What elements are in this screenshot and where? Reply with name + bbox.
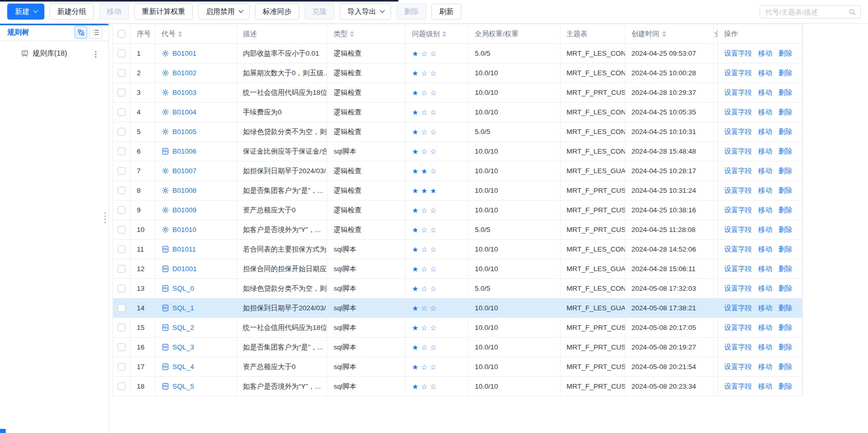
row-action-link[interactable]: 设置字段 bbox=[724, 343, 752, 352]
row-checkbox[interactable] bbox=[118, 226, 125, 234]
row-action-link[interactable]: 移动 bbox=[758, 166, 772, 176]
row-action-link[interactable]: 移动 bbox=[758, 88, 772, 97]
row-action-link[interactable]: 移动 bbox=[758, 69, 772, 78]
row-checkbox[interactable] bbox=[118, 89, 125, 96]
row-action-link[interactable]: 设置字段 bbox=[724, 382, 752, 391]
row-action-link[interactable]: 删除 bbox=[778, 245, 792, 254]
row-action-link[interactable]: 移动 bbox=[758, 127, 772, 137]
row-checkbox[interactable] bbox=[118, 128, 125, 136]
toolbar-button-recalc-weight[interactable]: 重新计算权重 bbox=[134, 4, 193, 20]
row-action-link[interactable]: 设置字段 bbox=[724, 166, 752, 176]
row-action-link[interactable]: 删除 bbox=[778, 225, 792, 235]
row-checkbox[interactable] bbox=[118, 69, 125, 77]
row-action-link[interactable]: 移动 bbox=[758, 147, 772, 156]
row-checkbox[interactable] bbox=[118, 167, 125, 175]
toolbar-button-refresh[interactable]: 刷新 bbox=[431, 4, 461, 20]
row-action-link[interactable]: 移动 bbox=[758, 108, 772, 117]
column-header-created-time[interactable]: 创建时间 bbox=[625, 24, 714, 44]
rule-code-link[interactable]: B01006 bbox=[172, 147, 197, 155]
row-action-link[interactable]: 移动 bbox=[758, 284, 772, 293]
row-action-link[interactable]: 移动 bbox=[758, 382, 772, 391]
row-action-link[interactable]: 移动 bbox=[758, 186, 772, 195]
row-checkbox[interactable] bbox=[118, 49, 125, 57]
row-action-link[interactable]: 设置字段 bbox=[724, 69, 752, 78]
row-action-link[interactable]: 删除 bbox=[778, 88, 792, 97]
column-header-severity[interactable]: 问题级别 bbox=[406, 24, 469, 44]
row-action-link[interactable]: 删除 bbox=[778, 206, 792, 215]
row-action-link[interactable]: 删除 bbox=[778, 284, 792, 293]
row-checkbox[interactable] bbox=[118, 147, 125, 155]
row-action-link[interactable]: 设置字段 bbox=[724, 225, 752, 235]
row-action-link[interactable]: 移动 bbox=[758, 362, 772, 372]
tree-view-button[interactable] bbox=[74, 26, 87, 39]
rule-code-link[interactable]: D01001 bbox=[172, 265, 197, 273]
rule-code-link[interactable]: B01002 bbox=[172, 69, 197, 77]
rule-code-link[interactable]: B01007 bbox=[172, 167, 197, 175]
row-action-link[interactable]: 移动 bbox=[758, 206, 772, 215]
row-checkbox[interactable] bbox=[118, 187, 125, 194]
rule-code-link[interactable]: B01003 bbox=[172, 89, 197, 96]
panel-resize-grip[interactable] bbox=[104, 212, 106, 223]
row-action-link[interactable]: 删除 bbox=[778, 304, 792, 313]
row-action-link[interactable]: 设置字段 bbox=[724, 304, 752, 313]
column-header-type[interactable]: 类型 bbox=[327, 24, 406, 44]
row-action-link[interactable]: 删除 bbox=[778, 343, 792, 352]
row-checkbox[interactable] bbox=[118, 324, 125, 331]
rule-code-link[interactable]: B01010 bbox=[172, 226, 197, 234]
search-input[interactable] bbox=[765, 8, 848, 16]
toolbar-button-standard-sync[interactable]: 标准同步 bbox=[255, 4, 299, 20]
rule-code-link[interactable]: SQL_5 bbox=[172, 382, 194, 390]
rule-code-link[interactable]: SQL_0 bbox=[172, 285, 194, 292]
list-view-button[interactable] bbox=[89, 26, 102, 39]
row-action-link[interactable]: 删除 bbox=[778, 264, 792, 274]
toolbar-button-enable-disable[interactable]: 启用禁用 bbox=[198, 4, 250, 20]
row-checkbox[interactable] bbox=[118, 108, 125, 116]
row-action-link[interactable]: 设置字段 bbox=[724, 127, 752, 137]
row-action-link[interactable]: 删除 bbox=[778, 69, 792, 78]
rule-code-link[interactable]: SQL_4 bbox=[172, 363, 194, 371]
sort-icon[interactable] bbox=[178, 31, 182, 37]
sort-icon[interactable] bbox=[442, 31, 446, 37]
row-checkbox[interactable] bbox=[118, 343, 125, 351]
node-menu-kebab-icon[interactable] bbox=[92, 50, 99, 58]
row-action-link[interactable]: 设置字段 bbox=[724, 245, 752, 254]
row-action-link[interactable]: 移动 bbox=[758, 343, 772, 352]
row-action-link[interactable]: 设置字段 bbox=[724, 88, 752, 97]
rule-code-link[interactable]: SQL_3 bbox=[172, 343, 194, 351]
toolbar-button-new[interactable]: 新建 bbox=[7, 4, 44, 20]
row-action-link[interactable]: 移动 bbox=[758, 49, 772, 58]
sort-icon[interactable] bbox=[350, 31, 354, 37]
row-checkbox[interactable] bbox=[118, 265, 125, 273]
rule-code-link[interactable]: SQL_2 bbox=[172, 324, 194, 331]
row-action-link[interactable]: 设置字段 bbox=[724, 264, 752, 274]
row-action-link[interactable]: 移动 bbox=[758, 225, 772, 235]
row-checkbox[interactable] bbox=[118, 304, 125, 312]
rule-code-link[interactable]: B01008 bbox=[172, 187, 197, 194]
row-action-link[interactable]: 删除 bbox=[778, 108, 792, 117]
row-action-link[interactable]: 设置字段 bbox=[724, 108, 752, 117]
rule-code-link[interactable]: B01004 bbox=[172, 108, 197, 116]
row-checkbox[interactable] bbox=[118, 206, 125, 214]
row-action-link[interactable]: 移动 bbox=[758, 245, 772, 254]
row-action-link[interactable]: 删除 bbox=[778, 127, 792, 137]
row-checkbox[interactable] bbox=[118, 245, 125, 253]
row-action-link[interactable]: 删除 bbox=[778, 186, 792, 195]
row-action-link[interactable]: 设置字段 bbox=[724, 206, 752, 215]
row-action-link[interactable]: 删除 bbox=[778, 166, 792, 176]
row-action-link[interactable]: 移动 bbox=[758, 304, 772, 313]
sort-icon[interactable] bbox=[662, 31, 666, 37]
row-action-link[interactable]: 设置字段 bbox=[724, 362, 752, 372]
row-checkbox[interactable] bbox=[118, 363, 125, 371]
row-action-link[interactable]: 删除 bbox=[778, 382, 792, 391]
tree-node-rule-library[interactable]: 规则库(18) bbox=[0, 46, 108, 61]
row-action-link[interactable]: 移动 bbox=[758, 264, 772, 274]
row-action-link[interactable]: 设置字段 bbox=[724, 323, 752, 332]
tab-rule-tree[interactable]: 规则树 bbox=[7, 28, 29, 37]
row-action-link[interactable]: 删除 bbox=[778, 362, 792, 372]
rule-code-link[interactable]: B01011 bbox=[172, 245, 196, 253]
rule-code-link[interactable]: B01001 bbox=[172, 49, 197, 57]
row-action-link[interactable]: 设置字段 bbox=[724, 284, 752, 293]
column-header-code[interactable]: 代号 bbox=[155, 24, 237, 44]
rule-code-link[interactable]: SQL_1 bbox=[172, 304, 194, 312]
row-action-link[interactable]: 删除 bbox=[778, 147, 792, 156]
